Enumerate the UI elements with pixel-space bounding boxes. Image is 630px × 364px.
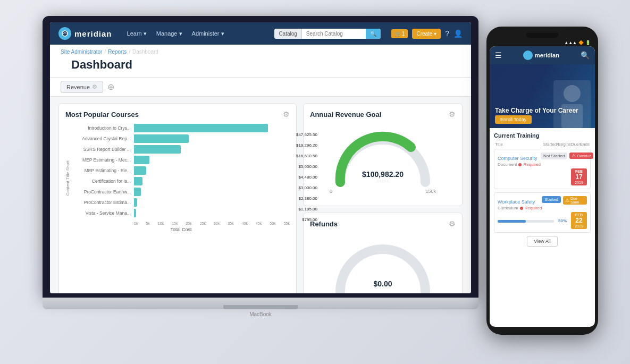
tabs-bar: Revenue ⚙ ⊕ [50, 78, 471, 97]
panel-gear-icon[interactable]: ⚙ [283, 110, 290, 118]
phone-section-title: Current Training [494, 132, 591, 139]
chart-row-6: ProContractor Earthw... $2,380.00 [72, 188, 290, 196]
required-badge-0 [518, 163, 522, 166]
chart-row-8: Vista - Service Mana... $795.00 [72, 209, 290, 217]
training-link-1[interactable]: Workplace Safety [498, 199, 535, 205]
svg-point-4 [564, 85, 581, 102]
bar-6 [134, 188, 141, 196]
phone-hero: Take Charge of Your Career Enroll Today [490, 64, 595, 128]
laptop-screen: meridian Learn ▾ Manage ▾ Administer ▾ C… [43, 16, 478, 298]
phone-screen: ☰ meridian 🔍 Take Charge of Your Career … [490, 46, 595, 327]
phone-status-bar: ▲▲▲ 🔶 🔋 [490, 40, 595, 45]
annual-revenue-panel: Annual Revenue Goal ⚙ $1 [303, 103, 463, 206]
chart-area: Introduction to Crys... $47,625.50 [72, 124, 290, 219]
view-all-button[interactable]: View All [527, 236, 557, 247]
page-content: Site Administrator / Reports / Dashboard… [50, 45, 471, 293]
breadcrumb-admin[interactable]: Site Administrator [61, 49, 102, 55]
breadcrumb-bar: Site Administrator / Reports / Dashboard… [50, 45, 471, 78]
gear-icon[interactable]: ⚙ [92, 83, 97, 90]
right-panels: Annual Revenue Goal ⚙ $1 [303, 103, 463, 293]
gauge-container: $100,982.20 · · · · · 0 150k [310, 124, 456, 199]
dashboard-grid: Most Popular Courses ⚙ Content Title Sho… [50, 97, 471, 293]
laptop-base [43, 298, 478, 309]
enroll-button[interactable]: Enroll Today [495, 115, 532, 124]
bar-8 [134, 209, 136, 217]
laptop-device: meridian Learn ▾ Manage ▾ Administer ▾ C… [43, 16, 478, 335]
phone-menu-icon[interactable]: ☰ [495, 51, 502, 60]
refunds-header: Refunds ⚙ [310, 219, 456, 228]
training-row-1: Workplace Safety Curriculum Required Sta… [498, 196, 587, 210]
chart-row-0: Introduction to Crys... $47,625.50 [72, 124, 290, 132]
top-navigation: meridian Learn ▾ Manage ▾ Administer ▾ C… [50, 22, 471, 45]
nav-links: Learn ▾ Manage ▾ Administer ▾ [123, 28, 229, 39]
gauge-svg: $100,982.20 · · · · · [330, 129, 436, 188]
phone-logo-icon [523, 50, 533, 60]
training-row-0: Computer Security Document Required Not … [498, 153, 587, 167]
training-meta-1: Curriculum Required [498, 206, 542, 210]
battery-icon: 🔋 [585, 40, 591, 45]
gauge-labels: 0 150k [330, 189, 436, 194]
page-title: Dashboard [61, 55, 460, 77]
breadcrumb-reports[interactable]: Reports [108, 49, 127, 55]
nav-logo: meridian [58, 27, 112, 40]
bar-4 [134, 166, 146, 175]
refunds-gauge: $0.00 0 150k [310, 233, 456, 293]
panel-header: Most Popular Courses ⚙ [65, 110, 290, 118]
phone-notch [526, 33, 558, 38]
laptop-label: MacBook [43, 311, 478, 317]
search-input[interactable] [302, 29, 366, 39]
phone-device: ▲▲▲ 🔶 🔋 ☰ meridian 🔍 Take Charge of Your… [486, 27, 598, 335]
svg-text:$0.00: $0.00 [373, 280, 392, 288]
chart-row-4: MEP Estimating - Ele... $4,480.00 [72, 166, 290, 175]
refunds-gear-icon[interactable]: ⚙ [449, 219, 456, 228]
y-axis-label: Content Title Short [65, 160, 70, 196]
due-date-0: FEB 17 2019 [571, 168, 587, 185]
progress-label-1: 50% [558, 218, 567, 223]
phone-training-content: Current Training Title Started/Begins Du… [490, 128, 595, 327]
annual-revenue-header: Annual Revenue Goal ⚙ [310, 110, 456, 118]
due-date-1: FEB 22 2019 [571, 212, 587, 229]
bar-0 [134, 124, 268, 132]
progress-bar-1 [498, 220, 554, 223]
nav-link-manage[interactable]: Manage ▾ [152, 28, 187, 39]
search-button[interactable]: 🔍 [366, 29, 381, 39]
phone-logo: meridian [523, 50, 559, 60]
annual-revenue-title: Annual Revenue Goal [310, 111, 381, 118]
logo-icon [58, 27, 71, 40]
panel-title: Most Popular Courses [65, 111, 139, 118]
chart-row-3: MEP Estimating - Mec... $5,600.00 [72, 156, 290, 164]
refunds-panel: Refunds ⚙ $0.00 0 150k [303, 213, 463, 293]
progress-fill-1 [498, 220, 526, 223]
tab-revenue[interactable]: Revenue ⚙ [61, 81, 103, 93]
svg-text:$100,982.20: $100,982.20 [362, 170, 404, 179]
create-button[interactable]: Create ▾ [412, 29, 441, 39]
add-tab-icon[interactable]: ⊕ [107, 82, 114, 92]
svg-rect-5 [561, 104, 583, 128]
status-badge-1: Started [542, 196, 561, 203]
status-badge-0: Not Started [541, 153, 567, 159]
chart-row-5: Certification for Is... $3,000.00 [72, 177, 290, 185]
phone-hero-image [553, 80, 591, 128]
refunds-gauge-svg: $0.00 [330, 239, 436, 293]
x-axis-label: Total Cost [72, 227, 290, 232]
bar-5 [134, 177, 142, 185]
training-item-1: Workplace Safety Curriculum Required Sta… [494, 192, 591, 233]
svg-text:· · · · ·: · · · · · [377, 179, 388, 183]
bar-1 [134, 134, 189, 143]
training-meta-0: Document Required [498, 162, 541, 167]
annual-revenue-gear-icon[interactable]: ⚙ [449, 110, 456, 118]
nav-link-learn[interactable]: Learn ▾ [123, 28, 151, 39]
chart-row-1: Advanced Crystal Rep... $19,296.20 [72, 134, 290, 143]
popular-courses-panel: Most Popular Courses ⚙ Content Title Sho… [58, 103, 297, 293]
help-icon[interactable]: ? [445, 29, 449, 38]
training-link-0[interactable]: Computer Security [498, 156, 537, 161]
nav-search: Catalog 🔍 [274, 29, 380, 39]
bar-7 [134, 198, 137, 207]
search-label: Catalog [274, 29, 301, 39]
breadcrumb: Site Administrator / Reports / Dashboard [61, 49, 460, 55]
phone-search-icon[interactable]: 🔍 [581, 51, 590, 60]
avatar-icon[interactable]: 👤 [453, 29, 463, 38]
nav-link-administer[interactable]: Administer ▾ [188, 28, 229, 39]
due-soon-badge-1: ⚠ Due Soon [563, 196, 587, 205]
cart-button[interactable]: 🛒 1 [391, 29, 408, 38]
